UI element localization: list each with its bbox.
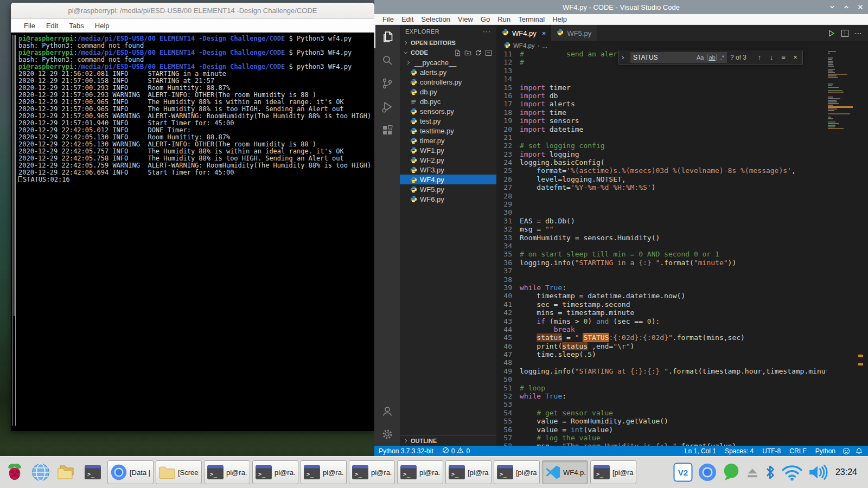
file-item-WF3.py[interactable]: WF3.py	[400, 165, 496, 175]
new-folder-icon[interactable]	[464, 49, 471, 56]
chromium-icon[interactable]	[698, 463, 717, 482]
terminal-titlebar[interactable]: pi@raspberrypi: /media/pi/ESD-USB/00 ELE…	[11, 3, 374, 19]
explorer-icon[interactable]	[374, 25, 400, 48]
launcher-terminal[interactable]: >_	[80, 459, 105, 485]
eject-icon[interactable]	[745, 465, 760, 479]
previous-match-icon[interactable]: ↑	[755, 53, 764, 61]
minimap[interactable]	[827, 50, 853, 446]
search-icon[interactable]	[374, 48, 400, 72]
file-item-testtime.py[interactable]: testtime.py	[400, 126, 496, 136]
taskbar-window-6[interactable]: >_pi@ra...	[349, 460, 395, 484]
volume-icon[interactable]	[808, 464, 828, 481]
collapse-all-icon[interactable]	[485, 49, 492, 56]
tab-WF4.py[interactable]: WF4.py×	[496, 25, 551, 41]
tab-WF5.py[interactable]: WF5.py	[551, 25, 597, 41]
breadcrumb-tail[interactable]: ...	[542, 42, 547, 49]
find-input[interactable]: STATUS Aa ab .*	[630, 52, 727, 63]
outline-section[interactable]: OUTLINE	[400, 435, 496, 446]
vscode-menu-file[interactable]: File	[379, 15, 398, 23]
clock[interactable]: 23:24	[833, 467, 863, 477]
taskbar-window-11[interactable]: >_[pi@ra...	[590, 460, 636, 484]
source-control-icon[interactable]	[374, 72, 400, 95]
status-item-crlf[interactable]: CRLF	[785, 447, 810, 455]
file-item-WF1.py[interactable]: WF1.py	[400, 145, 496, 155]
overview-ruler[interactable]	[853, 50, 868, 446]
terminal-menu-file[interactable]: File	[18, 22, 41, 30]
status-item-ln-1-col-1[interactable]: Ln 1, Col 1	[680, 447, 720, 455]
vscode-menu-view[interactable]: View	[454, 15, 477, 23]
vscode-menu-go[interactable]: Go	[477, 15, 494, 23]
taskbar-window-2[interactable]: [Scree...	[156, 460, 202, 484]
taskbar-window-9[interactable]: >_[pi@ra...	[494, 460, 540, 484]
feedback-icon[interactable]	[840, 447, 853, 455]
problems-indicator[interactable]: 0 0	[438, 447, 474, 455]
launcher-menu[interactable]	[2, 459, 27, 485]
vscode-titlebar[interactable]: WF4.py - CODE - Visual Studio Code	[374, 0, 868, 14]
messages-icon[interactable]	[722, 463, 741, 482]
run-python-file-icon[interactable]	[827, 29, 835, 37]
file-item-db.py[interactable]: db.py	[400, 87, 496, 97]
file-item-db.pyc[interactable]: db.pyc	[400, 97, 496, 106]
maximize-icon[interactable]	[843, 4, 850, 10]
taskbar-window-4[interactable]: >_pi@ra...	[252, 460, 298, 484]
vscode-menu-edit[interactable]: Edit	[398, 15, 417, 23]
new-file-icon[interactable]	[454, 49, 461, 56]
file-item-alerts.py[interactable]: alerts.py	[400, 67, 496, 77]
taskbar-window-5[interactable]: >_pi@ra...	[301, 460, 347, 484]
wifi-icon[interactable]	[781, 464, 803, 481]
code-folder-section[interactable]: CODE	[400, 48, 496, 57]
file-item-WF2.py[interactable]: WF2.py	[400, 155, 496, 165]
vscode-menu-terminal[interactable]: Terminal	[514, 15, 548, 23]
taskbar-window-7[interactable]: >_pi@ra...	[397, 460, 443, 484]
open-editors-section[interactable]: OPEN EDITORS	[400, 38, 496, 48]
more-actions-icon[interactable]: ⋯	[854, 29, 863, 37]
terminal-menu-edit[interactable]: Edit	[41, 22, 63, 30]
taskbar-window-10[interactable]: WF4.p...	[542, 460, 588, 484]
run-debug-icon[interactable]	[374, 95, 400, 118]
status-item-python[interactable]: Python	[811, 447, 840, 455]
toggle-replace-icon[interactable]: ›	[622, 53, 627, 61]
taskbar-window-8[interactable]: >_[pi@ra...	[445, 460, 492, 484]
taskbar-window-3[interactable]: >_pi@ra...	[204, 460, 250, 484]
close-find-icon[interactable]: ×	[791, 53, 800, 61]
more-actions-icon[interactable]: ···	[483, 28, 491, 35]
launcher-file-manager[interactable]	[54, 459, 79, 485]
extensions-icon[interactable]	[374, 118, 400, 142]
code-editor[interactable]: 11# send an alert12#131415import timer16…	[496, 50, 827, 446]
taskbar-window-1[interactable]: [Data |...	[107, 460, 154, 484]
terminal-scrollbar[interactable]	[12, 35, 16, 426]
regex-icon[interactable]: .*	[720, 54, 724, 61]
terminal-menu-help[interactable]: Help	[90, 22, 115, 30]
whole-word-icon[interactable]: ab	[707, 54, 716, 61]
breadcrumb-file[interactable]: WF4.py	[513, 42, 535, 49]
file-item-WF5.py[interactable]: WF5.py	[400, 184, 496, 194]
file-item-timer.py[interactable]: timer.py	[400, 136, 496, 145]
split-editor-icon[interactable]	[841, 29, 849, 37]
close-icon[interactable]	[857, 4, 864, 10]
status-item-utf-8[interactable]: UTF-8	[758, 447, 785, 455]
account-icon[interactable]	[374, 399, 400, 422]
file-item-controllers.py[interactable]: controllers.py	[400, 77, 496, 87]
settings-gear-icon[interactable]	[374, 422, 400, 446]
bluetooth-icon[interactable]	[764, 464, 776, 480]
file-item-test.py[interactable]: test.py	[400, 116, 496, 126]
breadcrumb[interactable]: WF4.py › ...	[496, 41, 868, 50]
next-match-icon[interactable]: ↓	[767, 53, 776, 61]
match-case-icon[interactable]: Aa	[697, 54, 704, 61]
close-tab-icon[interactable]: ×	[542, 29, 546, 37]
terminal-output[interactable]: pi@raspberrypi:/media/pi/ESD-USB/00 ELEM…	[18, 33, 373, 431]
status-item-spaces-4[interactable]: Spaces: 4	[720, 447, 758, 455]
vnc-icon[interactable]: V2	[673, 463, 693, 482]
python-version[interactable]: Python 3.7.3 32-bit	[374, 447, 438, 455]
file-item-WF6.py[interactable]: WF6.py	[400, 194, 496, 204]
vscode-menu-run[interactable]: Run	[494, 15, 514, 23]
minimize-icon[interactable]	[829, 4, 835, 10]
find-in-selection-icon[interactable]: ≡	[779, 53, 788, 61]
notifications-bell-icon[interactable]	[853, 447, 868, 455]
file-item-sensors.py[interactable]: sensors.py	[400, 106, 496, 116]
vscode-menu-selection[interactable]: Selection	[417, 15, 454, 23]
vscode-menu-help[interactable]: Help	[548, 15, 571, 23]
terminal-menu-tabs[interactable]: Tabs	[63, 22, 89, 30]
refresh-icon[interactable]	[475, 49, 482, 56]
file-item-__pycache__[interactable]: __pycache__	[400, 57, 496, 67]
